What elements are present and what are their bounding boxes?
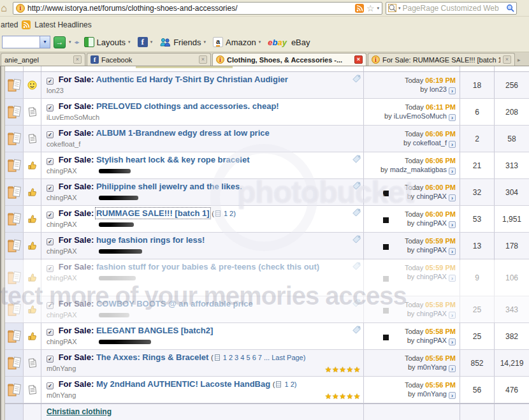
thread-title-link[interactable]: PRELOVED clothings and accessories. chea…	[96, 101, 279, 111]
last-post-user[interactable]: iLuvEmoSoMuch	[394, 112, 447, 120]
friends-button[interactable]: Friends	[157, 36, 208, 48]
layouts-button[interactable]: Layouts	[82, 36, 133, 48]
combobox-arrow-icon[interactable]	[40, 36, 50, 48]
thread-title-link[interactable]: Authentic Ed Hardy T-Shirt By Christian …	[96, 75, 287, 84]
thread-pages[interactable]: ( 1 2)	[212, 210, 236, 217]
goto-last-post-icon[interactable]	[449, 221, 456, 228]
url-text[interactable]: http://www.istorya.net/forums/clothing-s…	[27, 4, 352, 13]
bookmark-item-cut[interactable]: arted	[1, 20, 18, 29]
thread-author[interactable]: chingPAX	[47, 221, 77, 228]
tab-rummage-sale[interactable]: i For Sale: RUMMAGE SALE!!! [batch 1]...	[368, 53, 515, 66]
facebook-button[interactable]: f	[136, 36, 155, 48]
search-field[interactable]: PageRage Customized Web	[386, 2, 517, 15]
thread-pages[interactable]: ( 1 2)	[273, 380, 297, 388]
thread-checkbox-icon[interactable]	[47, 158, 54, 165]
last-post-user[interactable]: chingPAX	[416, 310, 447, 317]
thread-author[interactable]: iLuvEmoSoMuch	[47, 113, 99, 121]
go-dropdown-icon[interactable]	[69, 40, 71, 45]
last-post-user[interactable]: chingPAX	[416, 192, 447, 200]
tab-facebook[interactable]: f Facebook	[87, 53, 211, 66]
tab-overflow-icon[interactable]	[518, 57, 521, 63]
last-post-user[interactable]: chingPAX	[416, 273, 447, 280]
goto-last-post-icon[interactable]	[449, 275, 456, 282]
tab-clothing-shoes-accessories[interactable]: i Clothing, Shoes, & Accessories -...	[212, 53, 366, 66]
thread-title-link[interactable]: fashion stuff for your babies & pre-teen…	[96, 262, 319, 272]
attachment-tag-icon[interactable]	[352, 262, 361, 270]
attachment-tag-icon[interactable]	[352, 326, 361, 334]
thread-title-link[interactable]: huge fashion rings for less!	[96, 235, 205, 245]
thread-author[interactable]: m0nYang	[47, 365, 76, 372]
thread-title-link[interactable]: ALBUM 1-Brandnew edgy dress at low price	[96, 128, 269, 138]
bookmark-dropdown-icon[interactable]	[377, 6, 379, 11]
thread-checkbox-icon[interactable]	[47, 265, 54, 272]
home-icon[interactable]	[0, 2, 10, 15]
goto-last-post-icon[interactable]	[449, 338, 456, 345]
facebook-dropdown-icon[interactable]	[150, 40, 153, 45]
ebay-button[interactable]: ebay eBay	[266, 36, 312, 48]
thread-checkbox-icon[interactable]	[47, 382, 54, 389]
attachment-tag-icon[interactable]	[352, 155, 361, 163]
thread-checkbox-icon[interactable]	[47, 329, 54, 336]
rss-icon[interactable]	[355, 4, 364, 13]
bookmark-item-latest-headlines[interactable]: Latest Headlines	[34, 20, 91, 29]
last-post-user[interactable]: m0nYang	[417, 390, 447, 398]
thread-checkbox-icon[interactable]	[47, 131, 54, 138]
last-post-user[interactable]: madz_makatigbas	[390, 166, 447, 173]
thread-checkbox-icon[interactable]	[47, 212, 54, 219]
last-post-user[interactable]: m0nYang	[417, 363, 447, 371]
go-button[interactable]	[54, 36, 66, 48]
last-post-user[interactable]: chingPAX	[416, 246, 447, 254]
footer-link[interactable]: Christian clothing	[47, 407, 112, 416]
thread-checkbox-icon[interactable]	[47, 78, 54, 85]
amazon-button[interactable]: a Amazon	[211, 36, 263, 48]
thread-title-link[interactable]: Stylish heart lock && key rope bracelet	[96, 155, 250, 164]
thread-checkbox-icon[interactable]	[47, 356, 54, 363]
thread-pages[interactable]: ( 1 2 3 4 5 6 7 ... Last Page)	[211, 354, 305, 361]
thread-checkbox-icon[interactable]	[47, 238, 54, 245]
thread-checkbox-icon[interactable]	[47, 302, 54, 309]
tab-close-icon[interactable]	[73, 55, 82, 64]
toolbar-grip-icon[interactable]	[75, 39, 79, 45]
tab-close-icon[interactable]	[503, 55, 511, 64]
last-post-user[interactable]: cokefloat_f	[413, 139, 447, 147]
thread-title-link[interactable]: My 2ndHand AUTHENTIC! Lacoste HandBag	[96, 379, 270, 389]
bookmark-star-icon[interactable]	[366, 4, 375, 13]
last-post-user[interactable]: chingPAX	[416, 337, 447, 344]
goto-last-post-icon[interactable]	[449, 141, 456, 148]
goto-last-post-icon[interactable]	[449, 87, 456, 94]
thread-title-link[interactable]: COWBOY BOOTS @ an affordable price	[96, 299, 253, 308]
attachment-tag-icon[interactable]	[352, 235, 361, 243]
thread-author[interactable]: lon23	[47, 87, 64, 94]
goto-last-post-icon[interactable]	[449, 114, 456, 121]
toolbar-combobox[interactable]	[2, 36, 50, 48]
attachment-tag-icon[interactable]	[352, 208, 361, 217]
thread-author[interactable]: chingPAX	[47, 167, 77, 175]
thread-author[interactable]: chingPAX	[47, 247, 77, 255]
thread-checkbox-icon[interactable]	[47, 185, 54, 192]
search-dropdown-icon[interactable]	[398, 6, 401, 11]
thread-title-link[interactable]: ELEGANT BANGLES [batch2]	[96, 326, 213, 335]
url-field[interactable]: i http://www.istorya.net/forums/clothing…	[13, 2, 382, 15]
goto-last-post-icon[interactable]	[449, 194, 456, 201]
thread-author[interactable]: chingPAX	[47, 274, 77, 282]
thread-author[interactable]: chingPAX	[47, 338, 77, 345]
thread-title-link[interactable]: RUMMAGE SALE!!! [batch 1]	[96, 208, 210, 218]
attachment-tag-icon[interactable]	[352, 299, 361, 307]
thread-author[interactable]: m0nYang	[47, 391, 76, 399]
attachment-tag-icon[interactable]	[352, 75, 361, 83]
goto-last-post-icon[interactable]	[449, 365, 456, 372]
search-placeholder[interactable]: PageRage Customized Web	[403, 4, 504, 13]
layouts-dropdown-icon[interactable]	[128, 40, 131, 45]
last-post-user[interactable]: chingPAX	[416, 219, 447, 227]
thread-author[interactable]: chingPAX	[47, 311, 77, 319]
thread-author[interactable]: cokefloat_f	[47, 140, 80, 148]
search-go-icon[interactable]	[506, 4, 514, 12]
friends-dropdown-icon[interactable]	[204, 40, 207, 45]
last-post-user[interactable]: lon23	[430, 85, 447, 93]
goto-last-post-icon[interactable]	[449, 392, 456, 399]
amazon-dropdown-icon[interactable]	[259, 40, 261, 45]
thread-title-link[interactable]: Philippine shell jewelry and the likes.	[96, 182, 242, 191]
goto-last-post-icon[interactable]	[449, 168, 456, 175]
attachment-tag-icon[interactable]	[352, 182, 361, 190]
tab-anie-angel[interactable]: anie_angel	[1, 53, 85, 66]
